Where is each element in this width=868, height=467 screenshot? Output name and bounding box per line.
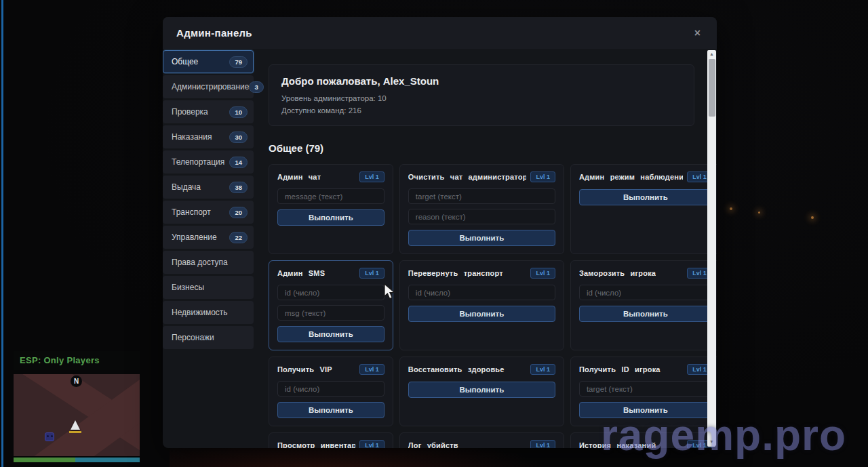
armor-segment xyxy=(75,458,140,462)
command-card-header: Получить ID игрокаLvl 1 xyxy=(579,364,712,375)
count-badge: 38 xyxy=(229,182,248,193)
command-card: Админ чатLvl 1Выполнить xyxy=(269,164,393,254)
sidebar-item-label: Проверка xyxy=(172,107,208,117)
sidebar-item-label: Транспорт xyxy=(172,207,211,217)
command-input[interactable] xyxy=(408,188,555,204)
scroll-up-icon[interactable]: ▲ xyxy=(707,50,716,58)
sidebar-item[interactable]: Проверка10 xyxy=(163,100,254,123)
command-card: Лог убийствLvl 1Выполнить xyxy=(399,432,564,448)
sidebar-item-label: Администрирование xyxy=(172,82,249,92)
command-card: Перевернуть транспортLvl 1Выполнить xyxy=(399,260,564,350)
sidebar-item-label: Недвижимость xyxy=(172,308,228,317)
sidebar-item-label: Права доступа xyxy=(172,258,228,267)
sidebar-item-label: Персонажи xyxy=(172,333,214,342)
command-card-header: Просмотр инвентаряLvl 1 xyxy=(277,440,384,448)
command-title: Восстановить здоровье xyxy=(408,365,505,373)
command-input[interactable] xyxy=(277,305,384,321)
game-background: ESP: Only Players N Админ-панель × Общее… xyxy=(0,0,868,467)
sidebar-item[interactable]: Персонажи xyxy=(163,326,254,349)
command-title: Заморозить игрока xyxy=(579,269,656,277)
sidebar-item[interactable]: Управление22 xyxy=(163,226,254,249)
sidebar-item[interactable]: Транспорт20 xyxy=(163,201,254,224)
count-badge: 14 xyxy=(229,157,248,168)
command-title: Получить ID игрока xyxy=(579,365,660,373)
command-input[interactable] xyxy=(277,188,384,204)
panel-title: Админ-панель xyxy=(176,27,252,39)
command-input[interactable] xyxy=(277,285,384,300)
command-card-header: Админ режим наблюденияLvl 1 xyxy=(579,171,712,182)
command-card-header: Получить VIPLvl 1 xyxy=(277,364,384,375)
sidebar-item[interactable]: Администрирование3 xyxy=(163,75,254,98)
command-card: Просмотр инвентаряLvl 1Выполнить xyxy=(269,432,393,448)
command-title: Админ чат xyxy=(277,173,321,181)
compass-north-icon: N xyxy=(71,375,82,387)
count-badge: 79 xyxy=(229,56,248,68)
count-badge: 10 xyxy=(229,106,248,118)
command-card-header: Перевернуть транспортLvl 1 xyxy=(408,268,555,279)
command-input[interactable] xyxy=(408,285,555,300)
command-card-header: Заморозить игрокаLvl 1 xyxy=(579,268,712,279)
health-armor-bar xyxy=(14,458,140,462)
count-badge: 22 xyxy=(229,232,248,243)
command-card-header: Админ чатLvl 1 xyxy=(277,171,384,182)
welcome-title: Добро пожаловать, Alex_Stoun xyxy=(281,75,682,87)
level-badge: Lvl 1 xyxy=(359,440,384,448)
command-title: Перевернуть транспорт xyxy=(408,269,503,277)
scrollbar-thumb[interactable] xyxy=(709,59,715,117)
admin-level-text: Уровень администратора: 10 xyxy=(281,94,682,102)
level-badge: Lvl 1 xyxy=(359,268,384,279)
street-light xyxy=(811,216,814,219)
command-input[interactable] xyxy=(408,209,555,224)
execute-button[interactable]: Выполнить xyxy=(408,230,555,246)
command-title: Лог убийств xyxy=(408,441,458,448)
command-input[interactable] xyxy=(277,381,384,397)
execute-button[interactable]: Выполнить xyxy=(579,306,712,322)
health-segment xyxy=(14,458,75,462)
player-marker-icon xyxy=(71,420,80,430)
command-card: Получить VIPLvl 1Выполнить xyxy=(269,357,393,426)
sidebar-item[interactable]: Наказания30 xyxy=(163,125,254,148)
command-card-header: Лог убийствLvl 1 xyxy=(408,440,555,448)
sidebar-item-label: Наказания xyxy=(172,132,212,142)
commands-panel: Добро пожаловать, Alex_Stoun Уровень адм… xyxy=(256,49,717,448)
minimap: N xyxy=(14,374,140,456)
sidebar-item[interactable]: Общее79 xyxy=(163,50,254,73)
command-card: Админ SMSLvl 1Выполнить xyxy=(269,260,393,350)
command-card: Заморозить игрокаLvl 1Выполнить xyxy=(570,260,717,350)
command-input[interactable] xyxy=(579,285,712,300)
count-badge: 20 xyxy=(229,207,248,218)
close-icon[interactable]: × xyxy=(694,28,701,39)
category-sidebar: Общее79Администрирование3Проверка10Наказ… xyxy=(163,49,256,448)
sidebar-item[interactable]: Бизнесы xyxy=(163,276,254,299)
sidebar-item[interactable]: Права доступа xyxy=(163,251,254,274)
screen-edge-stripe xyxy=(1,0,3,467)
player-marker-base xyxy=(69,431,81,433)
level-badge: Lvl 1 xyxy=(359,171,384,182)
command-card-header: Админ SMSLvl 1 xyxy=(277,268,384,279)
count-badge: 30 xyxy=(229,131,248,143)
execute-button[interactable]: Выполнить xyxy=(579,189,712,205)
level-badge: Lvl 1 xyxy=(530,268,555,279)
mouse-cursor xyxy=(384,283,399,301)
command-title: Админ режим наблюдения xyxy=(579,173,683,181)
sidebar-item[interactable]: Недвижимость xyxy=(163,301,254,324)
scrollbar[interactable]: ▲ ▼ xyxy=(707,50,716,447)
level-badge: Lvl 1 xyxy=(530,364,555,375)
command-card-header: Восстановить здоровьеLvl 1 xyxy=(408,364,555,375)
sidebar-item[interactable]: Выдача38 xyxy=(163,176,254,199)
command-input[interactable] xyxy=(579,381,712,397)
command-card-header: Очистить чат администратораLvl 1 xyxy=(408,171,555,182)
command-card: Админ режим наблюденияLvl 1Выполнить xyxy=(570,164,717,254)
execute-button[interactable]: Выполнить xyxy=(408,382,555,398)
sidebar-item[interactable]: Телепортация14 xyxy=(163,150,254,174)
street-light xyxy=(730,207,732,210)
mask-blip-icon xyxy=(45,432,54,441)
execute-button[interactable]: Выполнить xyxy=(277,402,384,418)
sidebar-item-label: Телепортация xyxy=(172,157,224,167)
execute-button[interactable]: Выполнить xyxy=(408,306,555,322)
execute-button[interactable]: Выполнить xyxy=(277,209,384,226)
admin-panel-modal: Админ-панель × Общее79Администрирование3… xyxy=(163,17,717,448)
watermark: ragemp.pro xyxy=(601,410,846,460)
execute-button[interactable]: Выполнить xyxy=(277,326,384,342)
command-card: Восстановить здоровьеLvl 1Выполнить xyxy=(399,357,564,426)
